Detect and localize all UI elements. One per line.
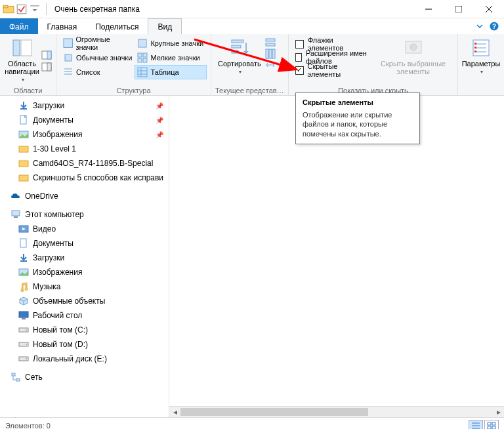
layout-small[interactable]: Мелкие значки (135, 51, 207, 65)
options-button[interactable]: Параметры ▾ (462, 36, 500, 93)
nav-pictures2[interactable]: Изображения (0, 265, 169, 279)
svg-rect-58 (22, 318, 26, 319)
nav-desktop[interactable]: Рабочий стол (0, 308, 169, 323)
checkbox-item-checkboxes[interactable]: Флажки элементов (293, 37, 373, 51)
checkbox-qat-icon[interactable] (16, 3, 28, 15)
status-item-count: Элементов: 0 (5, 422, 51, 430)
scroll-thumb[interactable] (180, 408, 368, 416)
ribbon-tabs: Файл Главная Поделиться Вид ? (0, 18, 504, 34)
layout-large[interactable]: Крупные значки (135, 36, 207, 51)
medium-icons-icon (63, 52, 74, 63)
svg-rect-19 (138, 53, 142, 57)
svg-rect-22 (143, 58, 147, 62)
chevron-down-icon: ▾ (22, 77, 24, 83)
add-columns-icon[interactable] (265, 49, 276, 59)
ribbon-expand-icon[interactable] (472, 18, 487, 34)
nav-documents2[interactable]: Документы (0, 236, 169, 251)
thispc-icon (10, 209, 21, 220)
downloads-icon (18, 100, 29, 111)
ribbon-group-panes: Область навигации ▾ Области (0, 34, 56, 95)
status-bar: Элементов: 0 (0, 417, 504, 429)
minimize-button[interactable] (413, 0, 444, 18)
nav-drive-d[interactable]: Новый том (D:) (0, 337, 169, 352)
svg-rect-33 (266, 39, 275, 41)
objects3d-icon (18, 296, 29, 306)
checkbox-hidden-items[interactable]: Скрытые элементы (293, 64, 373, 77)
layout-medium[interactable]: Обычные значки (60, 51, 135, 65)
tab-home[interactable]: Главная (38, 18, 87, 34)
drive-icon (18, 354, 29, 364)
preview-pane-icon[interactable] (41, 50, 52, 60)
svg-rect-34 (266, 43, 275, 46)
pin-icon: 📌 (156, 102, 163, 110)
svg-rect-13 (47, 51, 51, 59)
nav-folder-level[interactable]: 1-30 Level 1 (0, 142, 169, 156)
qat-dropdown-icon[interactable] (29, 3, 41, 15)
pin-icon: 📌 (156, 131, 163, 138)
svg-rect-43 (474, 51, 476, 52)
checkbox-extensions[interactable]: Расширения имен файлов (293, 51, 373, 64)
view-thumbnails-button[interactable] (484, 420, 499, 430)
folder-icon (18, 173, 29, 183)
nav-thispc[interactable]: Этот компьютер (0, 207, 169, 222)
svg-rect-15 (47, 63, 51, 71)
svg-rect-32 (232, 51, 238, 53)
nav-drive-e[interactable]: Локальный диск (E:) (0, 352, 169, 366)
scroll-right-icon[interactable]: ▸ (493, 407, 504, 417)
nav-tree[interactable]: Загрузки📌 Документы📌 Изображения📌 1-30 L… (0, 96, 169, 417)
svg-rect-16 (64, 39, 72, 47)
nav-network[interactable]: Сеть (0, 370, 169, 384)
nav-folder-screenshots[interactable]: Скриншоты 5 способов как исправи (0, 171, 169, 185)
nav-onedrive[interactable]: OneDrive (0, 189, 169, 203)
svg-rect-66 (16, 378, 20, 381)
svg-rect-11 (21, 40, 32, 56)
chevron-down-icon: ▾ (480, 69, 483, 75)
svg-rect-42 (474, 47, 476, 49)
downloads-icon (18, 253, 29, 263)
nav-3dobjects[interactable]: Объемные объекты (0, 294, 169, 308)
tab-file[interactable]: Файл (0, 18, 38, 34)
nav-downloads[interactable]: Загрузки📌 (0, 98, 169, 113)
details-pane-icon[interactable] (41, 62, 52, 72)
nav-downloads2[interactable]: Загрузки (0, 251, 169, 265)
folder-icon (18, 144, 29, 154)
view-details-button[interactable] (469, 420, 483, 430)
svg-rect-54 (20, 239, 26, 247)
svg-point-39 (410, 44, 417, 51)
hide-selected-icon (403, 37, 424, 58)
svg-rect-30 (232, 40, 243, 43)
close-button[interactable] (474, 0, 504, 18)
ribbon-group-currentview: Сортировать ▾ Текущее представлен... (211, 34, 289, 95)
nav-music[interactable]: Музыка (0, 279, 169, 294)
horizontal-scrollbar[interactable]: ◂ ▸ (169, 406, 504, 417)
folder-icon (3, 3, 14, 15)
sort-button[interactable]: Сортировать ▾ (215, 36, 264, 85)
nav-videos[interactable]: Видео (0, 222, 169, 236)
help-icon[interactable]: ? (487, 18, 501, 34)
size-columns-icon[interactable] (265, 60, 276, 70)
group-by-icon[interactable] (265, 37, 276, 48)
svg-point-64 (26, 358, 27, 359)
tab-view[interactable]: Вид (148, 18, 182, 34)
svg-rect-37 (272, 49, 275, 58)
nav-documents[interactable]: Документы📌 (0, 113, 169, 127)
svg-rect-1 (3, 5, 8, 7)
music-icon (18, 281, 29, 292)
desktop-icon (18, 310, 29, 321)
svg-rect-49 (19, 161, 28, 167)
nav-folder-camd[interactable]: Camd64OS_R74-11895.B-Special (0, 156, 169, 171)
network-icon (10, 372, 21, 382)
svg-text:?: ? (492, 23, 496, 30)
svg-rect-50 (19, 175, 28, 181)
layout-list[interactable]: Список (60, 65, 135, 79)
nav-pictures[interactable]: Изображения📌 (0, 127, 169, 142)
tooltip-hidden-items: Скрытые элементы Отображение или скрытие… (295, 92, 420, 144)
scroll-left-icon[interactable]: ◂ (169, 407, 180, 417)
maximize-button[interactable] (444, 0, 474, 18)
layout-huge[interactable]: Огромные значки (60, 36, 135, 51)
layout-table[interactable]: Таблица (135, 65, 207, 79)
svg-rect-36 (269, 49, 272, 58)
nav-drive-c[interactable]: Новый том (C:) (0, 323, 169, 337)
tab-share[interactable]: Поделиться (86, 18, 148, 34)
nav-pane-button[interactable]: Область навигации ▾ (4, 36, 40, 85)
